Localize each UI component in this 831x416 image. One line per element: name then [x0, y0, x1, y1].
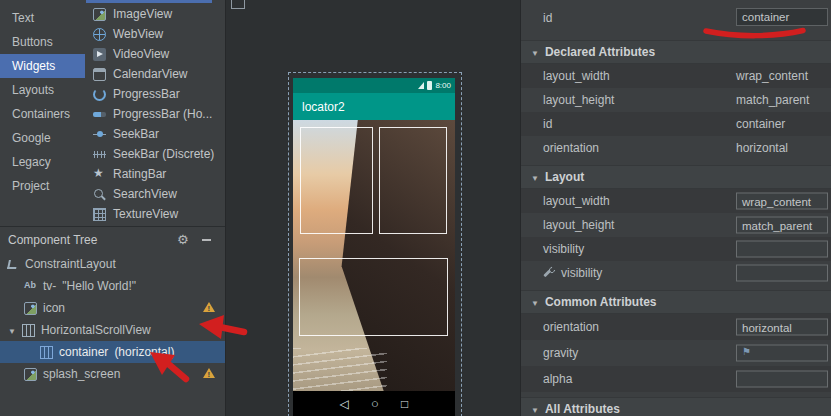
section-title: Layout: [545, 170, 584, 184]
preview-background-photo: [293, 120, 455, 391]
section-declared-attributes[interactable]: Declared Attributes: [521, 40, 831, 64]
flag-icon: [742, 347, 755, 360]
preview-app-bar: locator2: [293, 93, 455, 120]
tree-item-label: icon: [43, 301, 65, 315]
attribute-row: layout_height match_parent: [521, 213, 831, 237]
imageview-icon: [93, 8, 106, 21]
videoview-icon: [93, 48, 106, 61]
textview-icon: [24, 280, 37, 293]
visibility-dropdown[interactable]: [736, 241, 828, 258]
tree-item-constraintlayout[interactable]: ConstraintLayout: [0, 253, 225, 275]
attribute-value[interactable]: horizontal: [736, 141, 788, 155]
attribute-row: visibility: [521, 261, 831, 285]
section-layout[interactable]: Layout: [521, 165, 831, 189]
palette-category-project[interactable]: Project: [0, 174, 85, 198]
gravity-dropdown[interactable]: [736, 345, 828, 362]
palette-item-label: SearchView: [113, 187, 177, 201]
attribute-value[interactable]: match_parent: [736, 93, 809, 107]
view-bounds-imageview-2[interactable]: [379, 127, 447, 234]
android-studio-layout-editor: Text Buttons Widgets Layouts Containers …: [0, 0, 831, 416]
palette-category-layouts[interactable]: Layouts: [0, 78, 85, 102]
palette-item-label: ProgressBar: [113, 87, 180, 101]
view-bounds-splash-screen[interactable]: [299, 258, 448, 336]
layout-height-dropdown[interactable]: match_parent: [736, 217, 828, 234]
orientation-dropdown[interactable]: horizontal: [736, 319, 828, 336]
attribute-value[interactable]: wrap_content: [736, 69, 808, 83]
attribute-row: layout_width wrap_content: [521, 189, 831, 213]
chevron-down-icon[interactable]: [8, 323, 16, 337]
attribute-row: orientation horizontal: [521, 314, 831, 340]
layout-width-dropdown[interactable]: wrap_content: [736, 193, 828, 210]
attribute-row: orientation horizontal: [521, 136, 831, 160]
attribute-value[interactable]: container: [736, 117, 785, 131]
palette-category-google[interactable]: Google: [0, 126, 85, 150]
palette-category-widgets[interactable]: Widgets: [0, 54, 85, 78]
attribute-label: layout_height: [543, 218, 614, 232]
attribute-label: visibility: [543, 242, 584, 256]
section-common-attributes[interactable]: Common Attributes: [521, 290, 831, 314]
progressbar-horizontal-icon: [93, 112, 106, 117]
webview-icon: [93, 28, 106, 41]
horizontalscrollview-icon: [22, 324, 35, 337]
palette-category-buttons[interactable]: Buttons: [0, 30, 85, 54]
palette-item-label: VideoView: [113, 47, 169, 61]
palette-item-ratingbar[interactable]: RatingBar: [85, 164, 225, 184]
palette-item-calendarview[interactable]: CalendarView: [85, 64, 225, 84]
id-value-field[interactable]: container: [736, 8, 828, 26]
attribute-label: id: [543, 11, 552, 25]
app-title: locator2: [302, 100, 345, 114]
tree-item-suffix: (horizontal): [114, 345, 174, 359]
attribute-row: alpha: [521, 366, 831, 392]
palette-item-imageview[interactable]: ImageView: [85, 4, 225, 24]
tools-visibility-dropdown[interactable]: [736, 265, 828, 282]
dropdown-value: match_parent: [742, 219, 812, 231]
palette-category-text[interactable]: Text: [0, 6, 85, 30]
linearlayout-horizontal-icon: [40, 346, 53, 359]
palette-item-seekbar-discrete[interactable]: SeekBar (Discrete): [85, 144, 225, 164]
attribute-row: layout_height match_parent: [521, 88, 831, 112]
palette-item-progressbar-horizontal[interactable]: ProgressBar (Ho...: [85, 104, 225, 124]
tree-item-label: splash_screen: [43, 367, 120, 381]
constraintlayout-icon: [6, 258, 19, 271]
design-surface[interactable]: 8:00 locator2: [225, 0, 520, 416]
palette-category-legacy[interactable]: Legacy: [0, 150, 85, 174]
tree-item-label: HorizontalScrollView: [41, 323, 151, 337]
palette-item-searchview[interactable]: SearchView: [85, 184, 225, 204]
chevron-down-icon: [531, 402, 539, 416]
tree-item-container[interactable]: container(horizontal): [0, 341, 225, 363]
tree-item-icon[interactable]: icon: [0, 297, 225, 319]
palette-item-label: RatingBar: [113, 167, 166, 181]
chevron-down-icon: [531, 170, 539, 184]
section-title: All Attributes: [545, 402, 620, 416]
design-surface-tab-icon[interactable]: [231, 0, 245, 9]
device-preview[interactable]: 8:00 locator2: [293, 78, 455, 416]
tree-item-text: "Hello World!": [62, 279, 136, 293]
seekbar-discrete-icon: [93, 148, 106, 161]
attribute-label: alpha: [543, 372, 572, 386]
attribute-label: visibility: [543, 266, 602, 280]
palette-item-progressbar[interactable]: ProgressBar: [85, 84, 225, 104]
attribute-row: id container: [521, 112, 831, 136]
palette-item-videoview[interactable]: VideoView: [85, 44, 225, 64]
palette-item-seekbar[interactable]: SeekBar: [85, 124, 225, 144]
palette-item-textureview[interactable]: TextureView: [85, 204, 225, 224]
attributes-panel: id container Declared Attributes layout_…: [520, 0, 831, 416]
palette-category-containers[interactable]: Containers: [0, 102, 85, 126]
palette-item-webview[interactable]: WebView: [85, 24, 225, 44]
tree-item-splash-screen[interactable]: splash_screen: [0, 363, 225, 385]
tree-item-label: container: [59, 345, 108, 359]
seekbar-icon: [93, 128, 106, 141]
view-bounds-imageview-1[interactable]: [300, 127, 373, 234]
tree-item-textview[interactable]: tv- "Hello World!": [0, 275, 225, 297]
section-all-attributes[interactable]: All Attributes: [521, 397, 831, 416]
minimize-icon[interactable]: [202, 239, 211, 241]
gear-icon[interactable]: [177, 234, 190, 247]
tree-item-label: ConstraintLayout: [25, 257, 116, 271]
alpha-field[interactable]: [736, 371, 828, 388]
palette-item-label: ProgressBar (Ho...: [113, 107, 212, 121]
preview-navigation-bar: [293, 391, 455, 416]
attribute-label: id: [543, 117, 552, 131]
tree-item-horizontalscrollview[interactable]: HorizontalScrollView: [0, 319, 225, 341]
calendarview-icon: [93, 68, 106, 81]
ratingbar-icon: [93, 168, 106, 181]
